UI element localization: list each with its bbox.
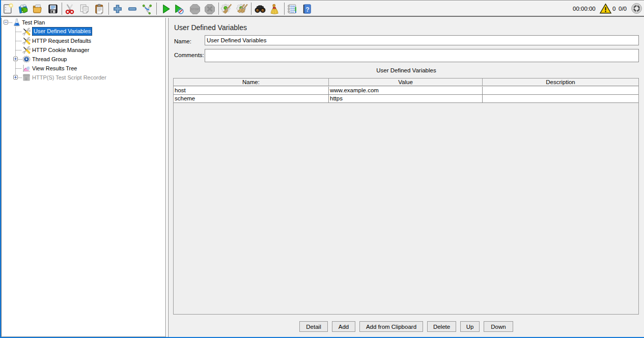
- svg-text:STOP: STOP: [190, 7, 199, 11]
- svg-text:?: ?: [305, 6, 310, 13]
